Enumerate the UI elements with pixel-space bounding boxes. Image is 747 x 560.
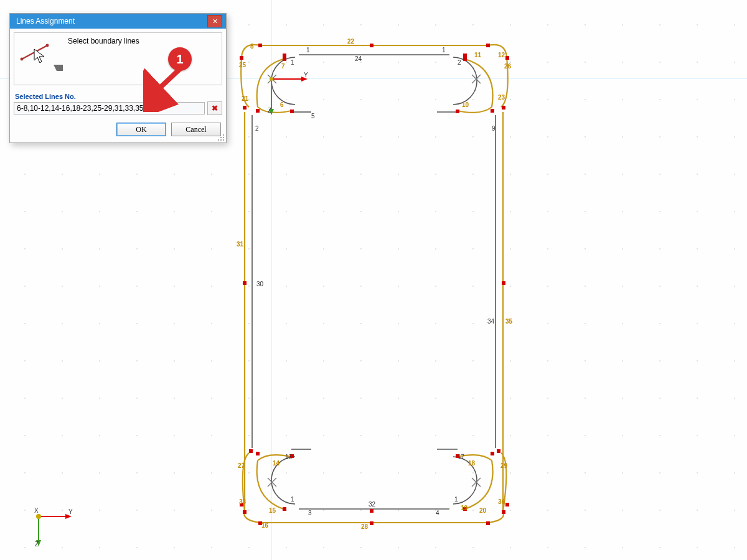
svg-point-95 [220, 137, 222, 138]
svg-text:21: 21 [242, 95, 249, 102]
clear-icon: ✖ [212, 104, 218, 113]
selected-lines-label: Selected Lines No. [10, 89, 226, 100]
clear-selection-button[interactable]: ✖ [207, 101, 222, 115]
svg-text:23: 23 [498, 94, 505, 101]
svg-rect-16 [502, 510, 505, 514]
svg-text:28: 28 [361, 523, 369, 530]
cancel-button[interactable]: Cancel [171, 123, 221, 136]
svg-rect-7 [283, 57, 286, 61]
svg-text:15: 15 [269, 507, 276, 514]
svg-text:1: 1 [442, 47, 446, 54]
svg-text:1: 1 [454, 496, 458, 503]
svg-point-94 [223, 134, 224, 136]
ok-button[interactable]: OK [116, 123, 166, 136]
svg-text:24: 24 [355, 55, 362, 62]
svg-text:25: 25 [239, 62, 247, 68]
svg-rect-1 [370, 44, 374, 47]
svg-point-98 [220, 139, 222, 141]
svg-rect-32 [463, 54, 467, 57]
svg-rect-23 [283, 507, 286, 511]
svg-text:8: 8 [250, 43, 254, 50]
svg-rect-6 [502, 106, 505, 110]
svg-marker-92 [34, 49, 44, 63]
svg-point-37 [270, 77, 273, 81]
svg-rect-14 [502, 281, 505, 285]
svg-rect-0 [258, 44, 262, 47]
svg-rect-20 [486, 521, 490, 525]
svg-text:2: 2 [255, 125, 259, 132]
svg-rect-9 [290, 110, 294, 113]
svg-rect-3 [240, 56, 243, 60]
svg-text:22: 22 [347, 38, 355, 45]
svg-text:12: 12 [498, 52, 505, 58]
svg-text:Z: Z [35, 541, 39, 548]
svg-rect-28 [491, 452, 494, 455]
selected-lines-input[interactable] [14, 102, 205, 114]
svg-text:30: 30 [256, 281, 264, 287]
svg-rect-15 [243, 510, 247, 514]
svg-point-85 [36, 514, 41, 519]
close-icon: ✕ [212, 17, 218, 26]
svg-text:27: 27 [238, 462, 245, 469]
svg-text:1: 1 [291, 496, 294, 503]
svg-point-91 [46, 44, 49, 47]
svg-marker-93 [54, 65, 63, 71]
svg-text:10: 10 [462, 101, 469, 108]
svg-text:19: 19 [461, 505, 468, 511]
resize-grip-icon[interactable] [217, 134, 225, 141]
svg-text:14: 14 [273, 460, 280, 467]
pick-lines-icon [19, 37, 63, 71]
svg-text:17: 17 [458, 454, 465, 460]
ucs-axes-icon: X Y Z [31, 504, 75, 548]
svg-text:1: 1 [291, 59, 294, 66]
svg-text:16: 16 [261, 522, 269, 529]
svg-text:1: 1 [306, 47, 310, 54]
svg-rect-4 [505, 56, 509, 60]
svg-text:26: 26 [504, 63, 512, 70]
svg-rect-11 [256, 109, 260, 113]
svg-rect-5 [243, 106, 247, 110]
callout-badge: 1 [168, 47, 192, 71]
lines-assignment-dialog: Lines Assignment ✕ Select boundary lines… [9, 13, 227, 143]
svg-text:36: 36 [498, 498, 505, 505]
svg-point-97 [218, 139, 219, 141]
svg-text:Y: Y [68, 508, 73, 515]
svg-point-90 [21, 58, 24, 61]
svg-rect-10 [456, 110, 459, 113]
svg-text:18: 18 [468, 460, 476, 467]
svg-rect-27 [256, 452, 260, 455]
svg-text:33: 33 [239, 498, 247, 505]
callout-number: 1 [176, 52, 183, 67]
svg-text:X: X [34, 507, 39, 514]
svg-point-96 [223, 137, 224, 138]
svg-rect-13 [243, 281, 247, 285]
svg-rect-31 [283, 54, 286, 57]
svg-rect-8 [463, 57, 467, 61]
svg-text:31: 31 [237, 241, 244, 248]
svg-rect-19 [370, 521, 374, 525]
svg-text:13: 13 [285, 454, 293, 460]
svg-rect-18 [370, 509, 374, 513]
svg-rect-12 [491, 109, 494, 113]
svg-rect-30 [497, 449, 500, 453]
svg-text:5: 5 [311, 113, 315, 119]
svg-text:32: 32 [369, 501, 376, 508]
svg-text:6: 6 [280, 101, 284, 108]
svg-rect-22 [505, 503, 509, 506]
svg-text:20: 20 [479, 507, 487, 514]
svg-text:29: 29 [500, 462, 508, 469]
svg-text:Y: Y [304, 72, 308, 78]
svg-rect-2 [486, 44, 490, 47]
dialog-titlebar[interactable]: Lines Assignment ✕ [10, 14, 226, 29]
svg-text:7: 7 [281, 63, 285, 70]
svg-text:3: 3 [308, 510, 312, 516]
svg-text:4: 4 [436, 510, 439, 516]
svg-rect-29 [249, 449, 253, 453]
svg-text:9: 9 [492, 125, 496, 132]
instruction-text: Select boundary lines [68, 37, 139, 45]
svg-point-99 [223, 139, 224, 141]
dialog-close-button[interactable]: ✕ [207, 15, 222, 27]
svg-text:Z: Z [268, 107, 271, 114]
svg-text:2: 2 [458, 59, 461, 66]
svg-text:11: 11 [474, 52, 482, 58]
